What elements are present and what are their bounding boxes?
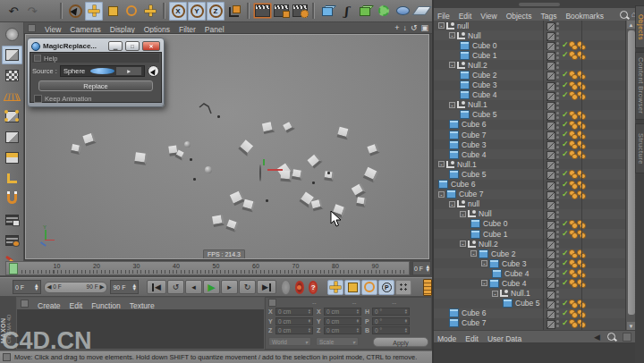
spinner-arrows-icon[interactable]: ▴▾ bbox=[309, 319, 310, 324]
animation-tag-icon[interactable] bbox=[569, 190, 577, 198]
pick-object-button[interactable] bbox=[148, 65, 159, 77]
menu-item-display[interactable]: Display bbox=[110, 25, 135, 34]
enabled-check-icon[interactable]: ✓ bbox=[562, 268, 569, 278]
coordinates-panel-icon[interactable] bbox=[268, 299, 276, 307]
visibility-dots-icon[interactable] bbox=[556, 52, 559, 59]
move-tool[interactable] bbox=[85, 2, 103, 21]
back-arrow-icon[interactable]: ◀ bbox=[594, 333, 600, 342]
dialog-titlebar[interactable]: MagicReplace... ▁ □ ✕ bbox=[30, 40, 162, 52]
object-label[interactable]: Null.1 bbox=[511, 289, 530, 298]
spinner-arrows-icon[interactable]: ▴▾ bbox=[357, 328, 359, 333]
visibility-dots-icon[interactable] bbox=[556, 32, 559, 39]
model-mode-button[interactable] bbox=[2, 46, 22, 64]
visibility-dots-icon[interactable] bbox=[556, 241, 559, 248]
om-row-cube-0[interactable]: Cube 0✓ bbox=[434, 40, 625, 50]
menu-item-view[interactable]: View bbox=[480, 12, 496, 21]
value-field[interactable]: 0 cm▴▾ bbox=[324, 308, 361, 316]
om-row-cube-1[interactable]: Cube 1✓ bbox=[434, 229, 625, 239]
y-axis-handle[interactable] bbox=[263, 159, 265, 165]
key-parameter-toggle[interactable]: P bbox=[378, 280, 394, 295]
enabled-check-icon[interactable]: ✓ bbox=[562, 249, 569, 258]
search-icon[interactable] bbox=[620, 11, 628, 19]
visibility-dots-icon[interactable] bbox=[556, 171, 559, 178]
animation-tag-icon[interactable] bbox=[569, 41, 577, 49]
replace-button[interactable]: Replace bbox=[38, 80, 153, 91]
scene-cube[interactable] bbox=[134, 152, 148, 165]
scene-cube[interactable] bbox=[262, 122, 275, 134]
object-label[interactable]: Cube 1 bbox=[483, 230, 507, 239]
spinner-arrows-icon[interactable]: ▴▾ bbox=[357, 319, 359, 324]
scene-cube[interactable] bbox=[82, 132, 96, 146]
scene-cube[interactable] bbox=[363, 167, 378, 182]
range-end-grip[interactable]: 90 F ▶ bbox=[87, 283, 105, 291]
menu-item-panel[interactable]: Panel bbox=[205, 25, 225, 34]
render-view-button[interactable] bbox=[253, 2, 271, 21]
next-key-button[interactable]: ↻ bbox=[239, 280, 256, 294]
render-to-picture-viewer-button[interactable] bbox=[272, 2, 290, 21]
value-field[interactable]: 0 cm▴▾ bbox=[324, 326, 361, 334]
expander-icon[interactable]: - bbox=[449, 32, 455, 38]
scene-cube[interactable] bbox=[212, 215, 225, 227]
animation-tag-icon[interactable] bbox=[569, 81, 577, 89]
value-field[interactable]: 0 cm▴▾ bbox=[324, 317, 361, 325]
spinner-arrows-icon[interactable]: ▴▾ bbox=[405, 328, 407, 333]
viewport-panel-icon[interactable] bbox=[28, 24, 36, 32]
om-row-null-1[interactable]: -Null.1 bbox=[434, 159, 625, 169]
scene-cube[interactable] bbox=[292, 169, 303, 181]
object-label[interactable]: Null bbox=[468, 31, 481, 40]
spinner-arrows-icon[interactable]: ▴▾ bbox=[35, 283, 38, 291]
source-menu-arrow-icon[interactable]: ▸ bbox=[116, 67, 141, 75]
ruler-frame-spinner[interactable]: 0 F ▴▾ bbox=[412, 261, 431, 275]
visibility-dots-icon[interactable] bbox=[556, 82, 559, 89]
animation-tag-icon[interactable] bbox=[569, 230, 577, 238]
om-row-cube-3[interactable]: Cube 3✓ bbox=[434, 80, 625, 90]
object-label[interactable]: Cube 6 bbox=[462, 308, 486, 317]
minimize-button[interactable]: ▁ bbox=[108, 41, 123, 51]
object-label[interactable]: Cube 4 bbox=[472, 90, 496, 99]
object-label[interactable]: Cube 5 bbox=[515, 299, 539, 308]
visibility-dots-icon[interactable] bbox=[556, 161, 559, 168]
maximize-button[interactable]: □ bbox=[125, 41, 140, 51]
texture-mode-button[interactable] bbox=[2, 66, 22, 85]
range-start-grip[interactable]: ◀ 0 F bbox=[47, 283, 62, 291]
toggle-view-icon[interactable]: ▣ bbox=[420, 24, 428, 32]
menu-item-texture[interactable]: Texture bbox=[130, 301, 155, 310]
value-field[interactable]: 0 cm▴▾ bbox=[275, 308, 313, 316]
object-label[interactable]: Cube 6 bbox=[462, 120, 486, 129]
timeline-ruler[interactable]: 0102030405060708090 bbox=[5, 261, 410, 275]
scene-cube[interactable] bbox=[71, 144, 81, 155]
om-row-null[interactable]: -null bbox=[434, 199, 625, 209]
render-settings-button[interactable] bbox=[291, 2, 309, 21]
visibility-dots-icon[interactable] bbox=[556, 151, 559, 158]
enabled-check-icon[interactable]: ✓ bbox=[562, 90, 569, 100]
x-axis-lock-button[interactable]: X bbox=[169, 2, 187, 21]
menu-item-tags[interactable]: Tags bbox=[540, 12, 556, 21]
enabled-check-icon[interactable]: ✓ bbox=[562, 139, 569, 149]
subdivision-surface-button[interactable] bbox=[356, 2, 374, 21]
enabled-check-icon[interactable]: ✓ bbox=[562, 190, 569, 199]
rotate-view-icon[interactable]: ↺ bbox=[411, 24, 418, 32]
animation-tag-icon[interactable] bbox=[569, 111, 577, 119]
next-frame-button[interactable]: ▸ bbox=[221, 280, 238, 294]
animation-tag-icon[interactable] bbox=[569, 300, 577, 308]
make-editable-button[interactable] bbox=[2, 25, 22, 44]
enabled-check-icon[interactable]: ✓ bbox=[562, 40, 569, 50]
scene-cube[interactable] bbox=[280, 170, 292, 182]
visibility-dots-icon[interactable] bbox=[556, 102, 559, 109]
visibility-dots-icon[interactable] bbox=[556, 131, 559, 139]
enabled-check-icon[interactable]: ✓ bbox=[562, 258, 569, 268]
close-button[interactable]: ✕ bbox=[142, 41, 160, 51]
om-row-cube-3[interactable]: Cube 3✓ bbox=[434, 139, 625, 149]
keyframe-selection-button[interactable]: ? bbox=[309, 281, 318, 294]
animation-tag-icon[interactable] bbox=[569, 71, 577, 79]
expander-icon[interactable]: - bbox=[438, 191, 445, 198]
scene-point[interactable] bbox=[193, 178, 196, 181]
scene-cube[interactable] bbox=[356, 197, 367, 207]
keep-animation-checkbox[interactable] bbox=[34, 95, 42, 103]
om-row-null[interactable]: -Null bbox=[434, 209, 625, 219]
menu-item-function[interactable]: Function bbox=[91, 301, 121, 310]
scene-cube[interactable] bbox=[308, 154, 323, 169]
animation-tag-icon[interactable] bbox=[569, 309, 577, 317]
expander-icon[interactable]: - bbox=[481, 280, 487, 286]
previous-key-button[interactable]: ↺ bbox=[167, 280, 184, 294]
